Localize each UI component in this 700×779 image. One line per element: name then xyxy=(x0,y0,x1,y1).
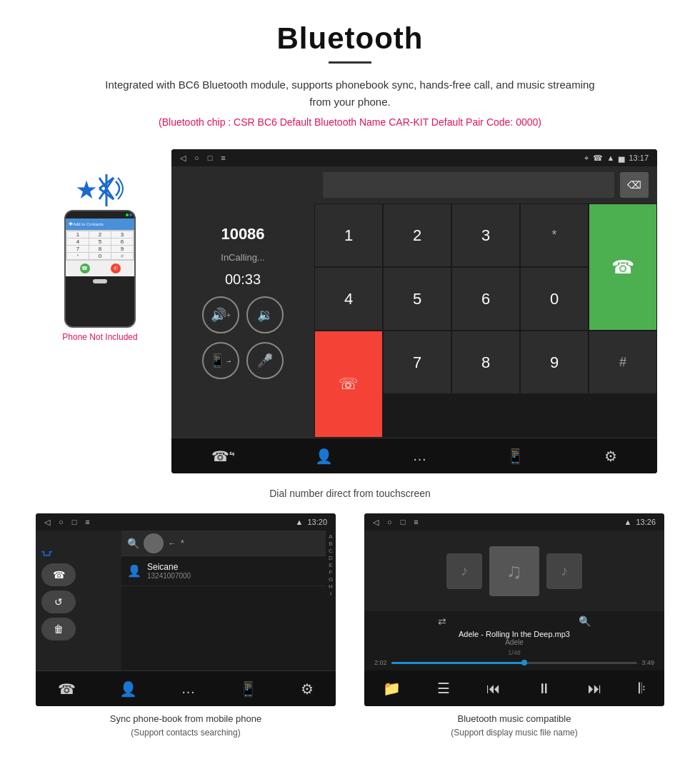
phonebook-layout: ⍽ ☎ ↺ 🗑 🔍 ← * 👤 xyxy=(36,531,336,670)
circle-icon: ○ xyxy=(194,154,199,162)
music-note-center: ♫ xyxy=(506,559,523,583)
status-time: 13:17 xyxy=(629,154,649,162)
pb-menu-icon: ≡ xyxy=(85,518,89,526)
phone-green-btn: ☎ xyxy=(80,263,90,273)
music-album-area: ♪ ♫ ♪ xyxy=(364,531,664,611)
key-0[interactable]: 0 xyxy=(520,267,589,331)
pb-contact-info: Seicane 13241007000 xyxy=(147,562,191,580)
music-nav-list[interactable]: ☰ xyxy=(437,680,450,697)
call-red-btn[interactable]: ☏ xyxy=(314,331,383,438)
nav-grid-icon[interactable]: … xyxy=(412,448,426,464)
page-specs: (Bluetooth chip : CSR BC6 Default Blueto… xyxy=(29,116,671,128)
mic-btn[interactable]: 🎤 xyxy=(246,342,284,379)
key-hash[interactable]: # xyxy=(589,331,657,394)
music-square-icon: □ xyxy=(401,518,406,526)
key-2[interactable]: 2 xyxy=(383,203,451,267)
music-search-icon[interactable]: 🔍 xyxy=(579,615,591,627)
page-title: Bluetooth xyxy=(29,21,671,56)
pb-search-icon: 🔍 xyxy=(127,538,139,549)
music-nav-next[interactable]: ⏭ xyxy=(588,680,602,697)
key-1[interactable]: 1 xyxy=(314,203,383,267)
progress-bar xyxy=(391,662,638,664)
back-icon: ◁ xyxy=(180,154,186,163)
pb-square-icon: □ xyxy=(72,518,77,526)
key-6[interactable]: 6 xyxy=(451,267,520,331)
key-7[interactable]: 7 xyxy=(383,331,451,394)
music-nav-bar: 📁 ☰ ⏮ ⏸ ⏭ 𝄆 xyxy=(364,670,664,706)
pb-back-arrow: ← xyxy=(168,538,176,548)
phone-dialpad: 123 456 789 *0# xyxy=(66,230,134,261)
music-note-right: ♪ xyxy=(561,563,568,579)
android-dial-screen: ◁ ○ □ ≡ ⌖ ☎ ▲ ▅ 13:17 10086 InCalling...… xyxy=(171,149,657,473)
key-4[interactable]: 4 xyxy=(314,267,383,331)
phone-contact-bar: ✚ Add to Contacts xyxy=(66,218,134,230)
bottom-section: ◁ ○ □ ≡ ▲ 13:20 ⍽ ☎ ↺ 🗑 xyxy=(0,513,700,753)
music-nav-prev[interactable]: ⏮ xyxy=(486,680,501,697)
pb-contact-name: Seicane xyxy=(147,562,191,572)
nav-transfer-icon[interactable]: 📱 xyxy=(506,448,524,465)
pb-nav-settings[interactable]: ⚙ xyxy=(301,680,314,698)
pb-contact-list: 👤 Seicane 13241007000 xyxy=(121,556,326,670)
call-number: 10086 xyxy=(221,225,264,243)
phone-status-icon: ☎ xyxy=(593,154,603,163)
pb-bluetooth-icon: ⍽ xyxy=(41,536,116,559)
music-track-name: Adele - Rolling In the Deep.mp3 xyxy=(371,630,657,638)
page-description: Integrated with BC6 Bluetooth module, su… xyxy=(100,76,600,111)
music-time-current: 2:02 xyxy=(374,659,387,666)
key-star[interactable]: * xyxy=(520,203,589,267)
nav-settings-icon[interactable]: ⚙ xyxy=(604,448,617,465)
android-status-bar: ◁ ○ □ ≡ ⌖ ☎ ▲ ▅ 13:17 xyxy=(171,149,657,166)
music-nav-folder[interactable]: 📁 xyxy=(383,680,401,697)
call-green-btn[interactable]: ☎ xyxy=(589,203,657,331)
dial-area: 10086 InCalling... 00:33 🔊+ 🔉 📱→ 🎤 ⌫ xyxy=(171,166,657,438)
phonebook-sidebar: ⍽ ☎ ↺ 🗑 xyxy=(36,531,121,670)
android-nav-bar: ☎⇆ 👤 … 📱 ⚙ xyxy=(171,438,657,473)
key-8[interactable]: 8 xyxy=(451,331,520,394)
phone-not-included: Phone Not Included xyxy=(62,332,137,342)
pb-sync-btn[interactable]: ↺ xyxy=(41,590,76,613)
page-header: Bluetooth Integrated with BC6 Bluetooth … xyxy=(0,0,700,149)
pb-nav-person[interactable]: 👤 xyxy=(119,680,137,698)
nav-phone-icon[interactable]: ☎⇆ xyxy=(211,448,235,465)
menu-icon: ≡ xyxy=(221,154,225,162)
backspace-btn[interactable]: ⌫ xyxy=(620,172,649,198)
volume-down-btn[interactable]: 🔉 xyxy=(246,296,284,333)
music-screen: ◁ ○ □ ≡ ▲ 13:26 ♪ ♫ xyxy=(364,513,664,706)
phonebook-wrapper: ◁ ○ □ ≡ ▲ 13:20 ⍽ ☎ ↺ 🗑 xyxy=(21,513,350,739)
keypad-grid: 1 2 3 * ☎ 4 5 6 0 ☏ 7 8 9 # xyxy=(314,203,657,438)
pb-caption: Sync phone-book from mobile phone (Suppo… xyxy=(110,712,261,739)
pb-trash-btn[interactable]: 🗑 xyxy=(41,618,76,640)
square-icon: □ xyxy=(208,154,213,162)
phonebook-main: 🔍 ← * 👤 Seicane 13241007000 xyxy=(121,531,326,670)
transfer-btn[interactable]: 📱→ xyxy=(202,342,239,379)
key-5[interactable]: 5 xyxy=(383,267,451,331)
pb-contact-number: 13241007000 xyxy=(147,572,191,580)
dial-caption: Dial number direct from touchscreen xyxy=(0,481,700,513)
music-album-art-left: ♪ xyxy=(446,553,482,589)
pb-contact-avatar: 👤 xyxy=(127,564,141,578)
volume-up-btn[interactable]: 🔊+ xyxy=(202,296,239,333)
music-time: 13:26 xyxy=(636,518,656,526)
music-nav-eq[interactable]: 𝄆 xyxy=(639,680,646,697)
nav-person-icon[interactable]: 👤 xyxy=(315,448,333,465)
pb-nav-phone[interactable]: ☎ xyxy=(58,680,76,698)
key-3[interactable]: 3 xyxy=(451,203,520,267)
pb-nav-grid[interactable]: … xyxy=(181,680,195,697)
key-9[interactable]: 9 xyxy=(520,331,589,394)
title-underline xyxy=(329,61,371,64)
shuffle-icon[interactable]: ⇄ xyxy=(438,615,446,627)
music-note-left: ♪ xyxy=(461,563,468,579)
keypad-input xyxy=(323,172,614,198)
music-info-area: ⇄ 🔍 Adele - Rolling In the Deep.mp3 Adel… xyxy=(364,611,664,670)
music-nav-play[interactable]: ⏸ xyxy=(537,680,551,697)
pb-nav-transfer[interactable]: 📱 xyxy=(239,680,257,698)
pb-phone-btn[interactable]: ☎ xyxy=(41,563,76,586)
keypad-panel: ⌫ 1 2 3 * ☎ 4 5 6 0 ☏ 7 8 9 # xyxy=(314,166,657,438)
signal-icon: ▲ xyxy=(607,154,615,162)
phone-home-btn xyxy=(93,279,107,283)
music-progress: 2:02 3:49 xyxy=(371,659,657,666)
call-timer: 00:33 xyxy=(225,271,261,288)
music-album-art-right: ♪ xyxy=(546,553,582,589)
pb-contact-item[interactable]: 👤 Seicane 13241007000 xyxy=(121,556,326,586)
music-layout: ♪ ♫ ♪ ⇄ 🔍 Adele - Rolling In the Deep.mp… xyxy=(364,531,664,670)
